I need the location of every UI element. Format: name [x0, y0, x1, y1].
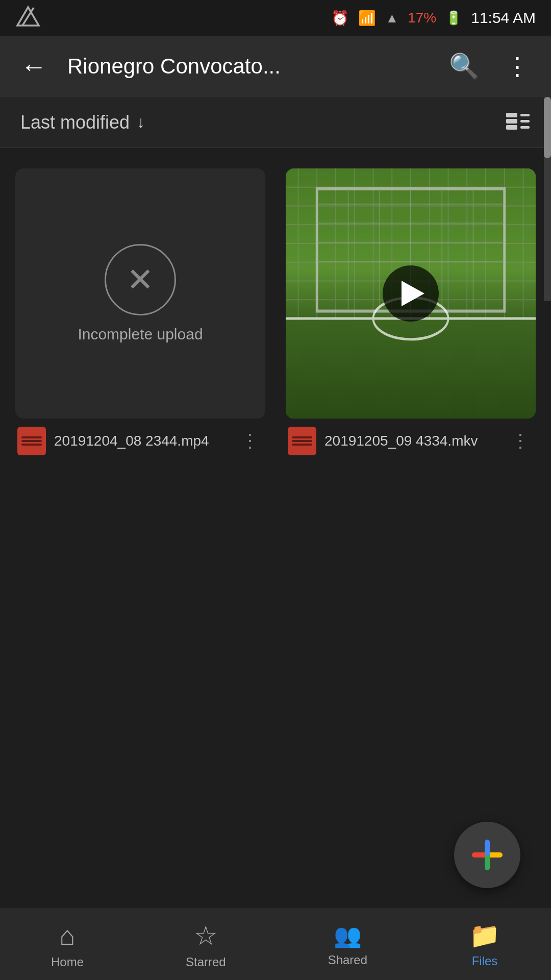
- nav-item-home[interactable]: ⌂ Home: [41, 915, 94, 974]
- video-thumbnail: [286, 168, 536, 419]
- incomplete-upload-card[interactable]: ✕ Incomplete upload: [15, 168, 265, 419]
- play-triangle-icon: [402, 281, 424, 306]
- status-time: 11:54 AM: [471, 9, 536, 27]
- video-file-icon: [288, 427, 316, 455]
- star-icon: ☆: [194, 920, 218, 951]
- sort-selector[interactable]: Last modified ↓: [20, 112, 145, 133]
- list-view-icon: [505, 109, 531, 134]
- list-item: 20191205_09 4334.mkv ⋮: [286, 168, 536, 455]
- close-icon: ✕: [127, 263, 154, 296]
- svg-rect-3: [520, 120, 530, 122]
- app-bar: ← Rionegro Convocato... 🔍 ⋮: [0, 36, 551, 97]
- status-bar: ⏰ 📶 ▲ 17% 🔋 11:54 AM: [0, 0, 551, 36]
- file-more-button[interactable]: ⋮: [507, 428, 534, 454]
- wifi-icon: 📶: [358, 10, 376, 27]
- home-icon: ⌂: [59, 920, 75, 951]
- nav-item-starred[interactable]: ☆ Starred: [176, 915, 236, 974]
- svg-line-1: [22, 8, 34, 26]
- bottom-nav: ⌂ Home ☆ Starred 👥 Shared 📁 Files: [0, 909, 551, 980]
- clapperboard-icon: [292, 436, 312, 446]
- svg-rect-5: [506, 113, 517, 117]
- file-grid: ✕ Incomplete upload 20191204_08 2344.mp4…: [0, 148, 551, 476]
- back-button[interactable]: ←: [15, 46, 52, 87]
- clapperboard-icon: [21, 436, 41, 446]
- google-drive-icon: [15, 5, 41, 31]
- add-new-fab[interactable]: [454, 822, 520, 888]
- svg-rect-7: [506, 125, 517, 130]
- scrollbar[interactable]: [544, 97, 551, 301]
- file-name: 20191204_08 2344.mp4: [54, 432, 229, 450]
- nav-label-files: Files: [472, 954, 498, 968]
- list-item: ✕ Incomplete upload 20191204_08 2344.mp4…: [15, 168, 265, 455]
- scroll-thumb[interactable]: [544, 97, 551, 158]
- status-bar-right: ⏰ 📶 ▲ 17% 🔋 11:54 AM: [331, 9, 536, 27]
- alarm-icon: ⏰: [331, 10, 349, 27]
- nav-label-starred: Starred: [186, 955, 226, 969]
- nav-item-files[interactable]: 📁 Files: [459, 916, 510, 973]
- nav-label-home: Home: [51, 955, 84, 969]
- sort-arrow-icon: ↓: [137, 113, 145, 132]
- nav-item-shared[interactable]: 👥 Shared: [318, 917, 378, 972]
- incomplete-upload-label: Incomplete upload: [78, 326, 203, 343]
- incomplete-circle: ✕: [105, 244, 176, 315]
- file-info-row: 20191205_09 4334.mkv ⋮: [286, 419, 536, 455]
- files-icon: 📁: [469, 921, 500, 950]
- add-icon: [472, 840, 503, 870]
- sort-label-text: Last modified: [20, 112, 130, 133]
- view-toggle-button[interactable]: [505, 109, 531, 136]
- svg-rect-4: [520, 126, 530, 129]
- fab-v-top: [485, 840, 490, 855]
- search-button[interactable]: 🔍: [444, 47, 485, 86]
- status-bar-left: [15, 5, 41, 31]
- fab-v-bottom: [485, 855, 490, 870]
- video-thumbnail-card[interactable]: [286, 168, 536, 419]
- svg-rect-6: [506, 119, 517, 124]
- battery-icon: 🔋: [445, 10, 462, 26]
- sort-bar: Last modified ↓: [0, 97, 551, 148]
- more-options-button[interactable]: ⋮: [500, 47, 536, 86]
- battery-percentage: 17%: [408, 10, 436, 26]
- nav-label-shared: Shared: [328, 953, 367, 967]
- shared-icon: 👥: [334, 922, 362, 949]
- play-button[interactable]: [383, 265, 439, 322]
- file-more-button[interactable]: ⋮: [237, 428, 263, 454]
- signal-icon: ▲: [385, 10, 398, 26]
- page-title: Rionegro Convocato...: [67, 54, 429, 79]
- svg-rect-2: [520, 114, 530, 116]
- file-info-row: 20191204_08 2344.mp4 ⋮: [15, 419, 265, 455]
- video-file-icon: [17, 427, 46, 455]
- file-name: 20191205_09 4334.mkv: [324, 432, 499, 450]
